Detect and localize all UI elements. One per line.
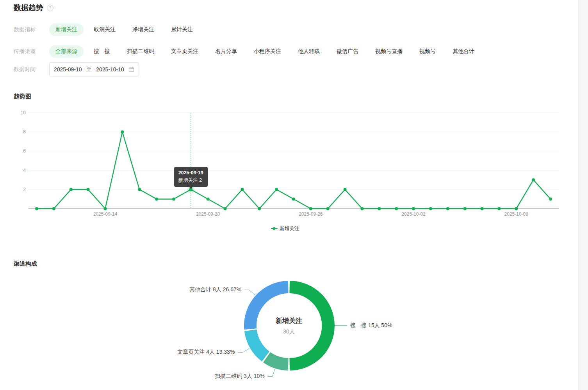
data-point[interactable] [446, 207, 449, 210]
pie-section-title: 渠道构成 [14, 260, 588, 268]
data-point[interactable] [412, 207, 415, 210]
data-point[interactable] [395, 207, 398, 210]
channel-tab-5[interactable]: 小程序关注 [254, 48, 281, 55]
channel-tab-0[interactable]: 全部来源 [49, 45, 84, 58]
data-point[interactable] [515, 207, 518, 210]
legend-line-icon [271, 228, 278, 229]
svg-text:2: 2 [23, 187, 26, 192]
trend-section-title: 趋势图 [14, 93, 588, 100]
pie-slice-1[interactable] [263, 352, 289, 370]
help-icon[interactable]: ? [47, 5, 53, 11]
date-filter-row: 数据时间 2025-09-10 至 2025-10-10 [14, 58, 588, 72]
data-point[interactable] [549, 197, 552, 200]
data-point[interactable] [241, 188, 244, 191]
svg-text:2025-10-08: 2025-10-08 [504, 211, 529, 217]
data-point[interactable] [360, 207, 363, 210]
data-point[interactable] [207, 197, 210, 200]
pie-label-1: 扫描二维码 3人 10% [215, 373, 265, 380]
data-point[interactable] [378, 207, 381, 210]
channel-tab-4[interactable]: 名片分享 [215, 48, 237, 55]
page-scrollbar[interactable] [578, 0, 588, 390]
data-point[interactable] [35, 207, 38, 210]
svg-text:2025-09-20: 2025-09-20 [196, 211, 220, 217]
data-point[interactable] [497, 207, 501, 210]
channel-tab-2[interactable]: 扫描二维码 [127, 48, 154, 55]
data-point[interactable] [52, 207, 55, 210]
metric-tab-2[interactable]: 净增关注 [132, 26, 154, 33]
channel-tab-7[interactable]: 微信广告 [337, 48, 358, 55]
donut-center-title: 新增关注 [276, 316, 302, 325]
pie-label-3: 其他合计 8人 26.67% [189, 286, 241, 293]
data-point[interactable] [326, 207, 330, 210]
channel-filter-row: 传播渠道 全部来源搜一搜扫描二维码文章页关注名片分享小程序关注他人转载微信广告视… [14, 45, 588, 58]
legend-label: 新增关注 [280, 225, 299, 232]
channel-tab-9[interactable]: 视频号 [419, 48, 436, 55]
date-filter-label: 数据时间 [14, 66, 49, 73]
data-point[interactable] [258, 207, 261, 210]
channel-filter-label: 传播渠道 [14, 48, 49, 55]
pie-slice-2[interactable] [244, 330, 269, 362]
trend-chart: 2468102025-09-142025-09-202025-09-262025… [0, 108, 570, 221]
pie-label-2: 文章页关注 4人 13.33% [177, 349, 235, 356]
tooltip-date: 2025-09-19 [178, 169, 203, 177]
data-point[interactable] [532, 178, 535, 181]
data-point[interactable] [344, 188, 347, 191]
data-point[interactable] [121, 130, 124, 133]
date-start[interactable]: 2025-09-10 [54, 66, 82, 73]
donut-center-label: 新增关注 30人 [276, 316, 302, 335]
data-point[interactable] [138, 188, 141, 191]
chart-tooltip: 2025-09-19 新增关注 2 [174, 167, 208, 187]
channel-tab-1[interactable]: 搜一搜 [94, 48, 110, 55]
metric-tab-0[interactable]: 新增关注 [49, 23, 84, 36]
data-point[interactable] [309, 207, 312, 210]
tooltip-value: 新增关注 2 [178, 177, 203, 184]
channel-donut-chart: 新增关注 30人 搜一搜 15人 50%扫描二维码 3人 10%文章页关注 4人… [0, 268, 570, 383]
metric-filter-label: 数据指标 [14, 26, 49, 33]
data-point[interactable] [224, 207, 227, 210]
page-header: 数据趋势 ? [14, 3, 588, 12]
data-point[interactable] [275, 188, 278, 191]
svg-text:2025-10-02: 2025-10-02 [401, 211, 426, 217]
channel-tab-6[interactable]: 他人转载 [298, 48, 320, 55]
data-point[interactable] [463, 207, 467, 210]
data-point[interactable] [103, 207, 107, 210]
metric-tabs: 新增关注取消关注净增关注累计关注 [49, 23, 193, 36]
data-point[interactable] [69, 188, 73, 191]
metric-filter-row: 数据指标 新增关注取消关注净增关注累计关注 [14, 23, 588, 36]
data-point[interactable] [481, 207, 484, 210]
metric-tab-1[interactable]: 取消关注 [94, 26, 116, 33]
chart-legend: 新增关注 [0, 223, 570, 232]
pie-label-0: 搜一搜 15人 50% [350, 322, 392, 329]
channel-tab-3[interactable]: 文章页关注 [171, 48, 198, 55]
legend-item[interactable]: 新增关注 [271, 225, 299, 232]
trend-chart-svg[interactable]: 2468102025-09-142025-09-202025-09-262025… [0, 108, 570, 221]
svg-text:8: 8 [23, 129, 26, 135]
channel-tab-10[interactable]: 其他合计 [453, 48, 474, 55]
svg-text:2025-09-26: 2025-09-26 [299, 211, 323, 217]
data-point[interactable] [172, 197, 175, 200]
date-separator: 至 [86, 66, 92, 73]
data-point[interactable] [292, 197, 295, 200]
page-title: 数据趋势 [14, 3, 43, 12]
svg-text:4: 4 [23, 168, 26, 173]
data-point[interactable] [429, 207, 432, 210]
date-range-picker[interactable]: 2025-09-10 至 2025-10-10 [49, 62, 139, 76]
donut-center-value: 30人 [276, 328, 302, 335]
channel-tabs: 全部来源搜一搜扫描二维码文章页关注名片分享小程序关注他人转载微信广告视频号直播视… [49, 45, 474, 58]
svg-text:6: 6 [23, 148, 26, 154]
svg-text:2025-09-14: 2025-09-14 [93, 211, 118, 217]
analytics-page: 数据趋势 ? 数据指标 新增关注取消关注净增关注累计关注 传播渠道 全部来源搜一… [0, 0, 588, 383]
data-point[interactable] [155, 197, 158, 200]
channel-tab-8[interactable]: 视频号直播 [375, 48, 403, 55]
data-point[interactable] [87, 188, 90, 191]
date-end[interactable]: 2025-10-10 [96, 66, 124, 73]
metric-tab-3[interactable]: 累计关注 [171, 26, 193, 33]
svg-text:10: 10 [21, 110, 26, 115]
calendar-icon [128, 66, 134, 72]
